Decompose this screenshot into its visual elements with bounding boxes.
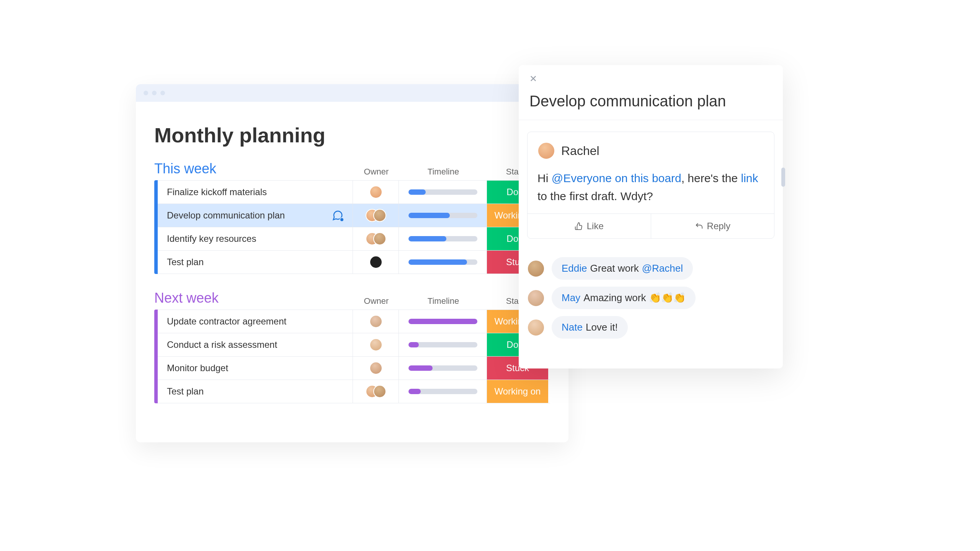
owner-cell[interactable]: [353, 333, 399, 356]
traffic-light-close-icon[interactable]: [144, 91, 148, 95]
group-this-week: This weekOwnerTimelineStatusFinalize kic…: [154, 161, 550, 274]
owner-cell[interactable]: [353, 380, 399, 403]
reply-bubble[interactable]: Nate Love it!: [552, 316, 628, 339]
timeline-cell[interactable]: [399, 380, 487, 403]
avatar[interactable]: [369, 338, 382, 351]
item-panel: ✕ Develop communication plan Rachel Hi @…: [519, 65, 783, 368]
reply-item: May Amazing work 👏👏👏: [527, 287, 774, 309]
avatar[interactable]: [373, 209, 386, 222]
traffic-light-max-icon[interactable]: [160, 91, 165, 95]
table-row[interactable]: Finalize kickoff materialsDone: [158, 180, 550, 204]
reply-text: Great work: [590, 262, 639, 274]
board-title: Monthly planning: [154, 123, 550, 147]
reply-bubble[interactable]: May Amazing work 👏👏👏: [552, 287, 696, 309]
owner-cell[interactable]: [353, 181, 399, 204]
post-link[interactable]: link: [741, 172, 758, 184]
reply-text: Love it!: [586, 321, 618, 333]
avatar[interactable]: [369, 362, 382, 375]
task-name-cell[interactable]: Update contractor agreement: [158, 310, 353, 333]
avatar[interactable]: [373, 232, 386, 245]
table-row[interactable]: Monitor budgetStuck: [158, 356, 550, 380]
timeline-cell[interactable]: [399, 227, 487, 250]
reply-item: Eddie Great work @Rachel: [527, 257, 774, 280]
scrollbar-thumb[interactable]: [781, 168, 785, 187]
avatar[interactable]: [369, 256, 382, 269]
post-card: Rachel Hi @Everyone on this board, here'…: [527, 132, 774, 239]
reply-item: Nate Love it!: [527, 316, 774, 339]
task-name-cell[interactable]: Test plan: [158, 251, 353, 274]
post-text: , here's the: [681, 172, 741, 184]
mention[interactable]: @Rachel: [642, 262, 683, 274]
avatar[interactable]: [369, 315, 382, 328]
chat-bubble-icon[interactable]: [332, 210, 343, 221]
owner-cell[interactable]: [353, 204, 399, 227]
reply-bubble[interactable]: Eddie Great work @Rachel: [552, 257, 693, 280]
post-text: to the first draft. Wdyt?: [537, 190, 653, 202]
traffic-light-min-icon[interactable]: [152, 91, 157, 95]
timeline-cell[interactable]: [399, 333, 487, 356]
post-text: Hi: [537, 172, 552, 184]
status-cell[interactable]: Working on: [487, 380, 548, 403]
owner-cell[interactable]: [353, 357, 399, 380]
avatar[interactable]: [527, 319, 545, 336]
column-header-owner: Owner: [353, 167, 399, 177]
panel-title: Develop communication plan: [529, 93, 772, 110]
mention[interactable]: @Everyone on this board: [552, 172, 681, 184]
column-header-timeline: Timeline: [399, 167, 487, 177]
owner-cell[interactable]: [353, 251, 399, 274]
owner-cell[interactable]: [353, 310, 399, 333]
timeline-cell[interactable]: [399, 181, 487, 204]
task-name-cell[interactable]: Conduct a risk assessment: [158, 333, 353, 356]
table-row[interactable]: Conduct a risk assessmentDone: [158, 333, 550, 357]
replies-list: Eddie Great work @RachelMay Amazing work…: [519, 246, 783, 368]
table-row[interactable]: Develop communication planWorking on: [158, 204, 550, 227]
reply-author: May: [562, 292, 580, 304]
group-next-week: Next weekOwnerTimelineStatusUpdate contr…: [154, 290, 550, 403]
timeline-cell[interactable]: [399, 251, 487, 274]
task-name-cell[interactable]: Test plan: [158, 380, 353, 403]
reply-author: Eddie: [562, 262, 587, 274]
like-button[interactable]: Like: [528, 214, 651, 238]
close-icon[interactable]: ✕: [529, 73, 537, 84]
task-name-cell[interactable]: Identify key resources: [158, 227, 353, 250]
avatar[interactable]: [527, 289, 545, 307]
reply-text: Amazing work 👏👏👏: [583, 292, 686, 304]
timeline-cell[interactable]: [399, 357, 487, 380]
like-label: Like: [587, 221, 604, 231]
column-header-owner: Owner: [353, 296, 399, 306]
reply-arrow-icon: [695, 222, 703, 230]
post-actions: Like Reply: [528, 214, 774, 238]
avatar[interactable]: [369, 186, 382, 199]
group-title[interactable]: Next week: [154, 290, 353, 306]
thumbs-up-icon: [575, 222, 583, 230]
timeline-cell[interactable]: [399, 204, 487, 227]
reply-label: Reply: [707, 221, 730, 231]
task-name-cell[interactable]: Finalize kickoff materials: [158, 181, 353, 204]
avatar[interactable]: [373, 385, 386, 398]
window-titlebar: [136, 84, 568, 102]
owner-cell[interactable]: [353, 227, 399, 250]
table-row[interactable]: Update contractor agreementWorking on: [158, 310, 550, 333]
reply-author: Nate: [562, 321, 583, 333]
avatar[interactable]: [537, 142, 555, 160]
post-author-name: Rachel: [561, 144, 599, 158]
post-body: Hi @Everyone on this board, here's the l…: [537, 170, 764, 205]
group-title[interactable]: This week: [154, 161, 353, 177]
timeline-cell[interactable]: [399, 310, 487, 333]
table-row[interactable]: Identify key resourcesDone: [158, 227, 550, 251]
avatar[interactable]: [527, 260, 545, 277]
task-name-cell[interactable]: Develop communication plan: [158, 204, 353, 227]
task-name-cell[interactable]: Monitor budget: [158, 357, 353, 380]
table-row[interactable]: Test planStuck: [158, 250, 550, 274]
board-window: Monthly planning This weekOwnerTimelineS…: [136, 84, 568, 442]
column-header-timeline: Timeline: [399, 296, 487, 306]
table-row[interactable]: Test planWorking on: [158, 380, 550, 403]
reply-button[interactable]: Reply: [651, 214, 774, 238]
